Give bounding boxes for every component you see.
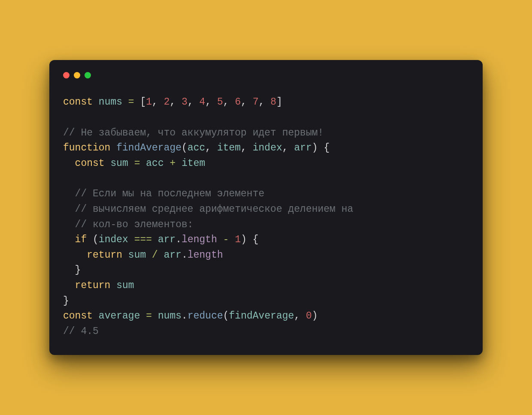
keyword-const: const — [75, 158, 105, 169]
property-length: length — [181, 234, 217, 245]
identifier-arr: arr — [164, 250, 181, 261]
operator-eq: = — [128, 96, 134, 108]
comment: // вычисляем среднее арифметическое деле… — [75, 204, 354, 215]
operator-minus: - — [223, 234, 229, 245]
operator-plus: + — [170, 158, 176, 169]
number: 0 — [306, 310, 312, 322]
comment: // Не забываем, что аккумулятор идет пер… — [63, 127, 323, 138]
operator-eq: = — [146, 310, 152, 322]
keyword-const: const — [63, 96, 93, 108]
number: 8 — [270, 96, 276, 108]
identifier-arr: arr — [158, 234, 175, 245]
param-acc: acc — [187, 142, 205, 153]
bracket-open: [ — [140, 96, 146, 108]
identifier-sum: sum — [110, 158, 128, 169]
comma: , — [205, 96, 211, 108]
brace-close: } — [63, 295, 69, 307]
comma: , — [170, 96, 176, 108]
comma: , — [241, 142, 247, 153]
operator-eq: = — [134, 158, 140, 169]
brace-open: { — [253, 234, 259, 245]
keyword-function: function — [63, 142, 110, 153]
number: 2 — [164, 96, 170, 108]
comma: , — [152, 96, 158, 108]
identifier-index: index — [99, 234, 128, 245]
comment: // кол-во элементов: — [75, 219, 193, 230]
keyword-return: return — [75, 280, 111, 291]
comma: , — [205, 142, 211, 153]
comma: , — [223, 96, 229, 108]
paren-close: ) — [312, 310, 318, 322]
method-reduce: reduce — [187, 310, 223, 322]
window-traffic-lights — [63, 72, 469, 78]
keyword-const: const — [63, 310, 93, 322]
maximize-icon[interactable] — [85, 72, 91, 78]
function-name: findAverage — [116, 142, 181, 153]
number: 7 — [253, 96, 259, 108]
operator-slash: / — [152, 250, 158, 261]
paren-open: ( — [93, 234, 99, 245]
number: 6 — [235, 96, 241, 108]
dot: . — [181, 310, 187, 322]
number: 1 — [235, 234, 241, 245]
identifier-average: average — [99, 310, 140, 322]
property-length: length — [187, 250, 223, 261]
code-window: const nums = [1, 2, 3, 4, 5, 6, 7, 8] //… — [49, 60, 483, 355]
comma: , — [187, 96, 193, 108]
comment: // 4.5 — [63, 326, 99, 337]
bracket-close: ] — [276, 96, 282, 108]
code-block: const nums = [1, 2, 3, 4, 5, 6, 7, 8] //… — [63, 95, 469, 339]
paren-open: ( — [181, 142, 187, 153]
param-item: item — [217, 142, 241, 153]
comment: // Если мы на последнем элементе — [75, 188, 265, 199]
brace-open: { — [323, 142, 329, 153]
param-index: index — [253, 142, 282, 153]
operator-tripleeq: === — [134, 234, 152, 245]
param-arr: arr — [294, 142, 311, 153]
paren-close: ) — [241, 234, 247, 245]
comma: , — [294, 310, 300, 322]
dot: . — [175, 234, 181, 245]
dot: . — [181, 250, 187, 261]
comma: , — [241, 96, 247, 108]
comma: , — [259, 96, 265, 108]
keyword-return: return — [87, 250, 122, 261]
brace-close: } — [75, 265, 81, 276]
minimize-icon[interactable] — [74, 72, 80, 78]
identifier-sum: sum — [128, 250, 146, 261]
keyword-if: if — [75, 234, 87, 245]
paren-open: ( — [223, 310, 229, 322]
identifier-item: item — [181, 158, 205, 169]
identifier-findAverage: findAverage — [229, 310, 294, 322]
comma: , — [282, 142, 288, 153]
number: 3 — [181, 96, 187, 108]
number: 5 — [217, 96, 223, 108]
identifier-nums: nums — [158, 310, 181, 322]
identifier-acc: acc — [146, 158, 163, 169]
paren-close: ) — [312, 142, 318, 153]
identifier-nums: nums — [99, 96, 122, 108]
number: 4 — [200, 96, 206, 108]
number: 1 — [146, 96, 152, 108]
identifier-sum: sum — [116, 280, 134, 291]
close-icon[interactable] — [63, 72, 70, 78]
